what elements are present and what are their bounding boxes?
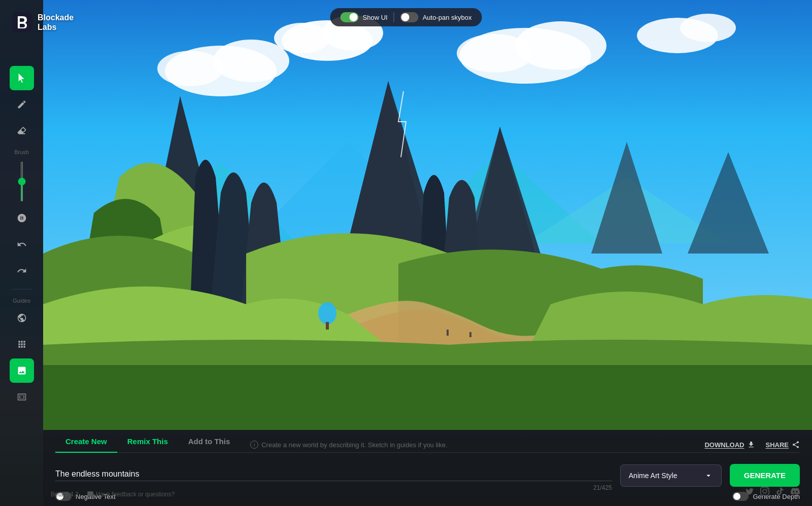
brush-size-slider[interactable] [21, 161, 23, 202]
instagram-icon[interactable] [760, 487, 769, 498]
svg-rect-28 [469, 332, 471, 337]
footer-left: Beta 0.4.2 Have feedback or questions? [51, 491, 175, 498]
social-icons [745, 487, 800, 498]
scene-view [43, 0, 812, 430]
share-icon [792, 441, 800, 449]
bottom-inputs-row: 21/425 Anime Art Style GENERATE [55, 453, 800, 492]
tool-pen[interactable] [10, 92, 34, 117]
topbar-divider [394, 12, 394, 22]
tool-grid[interactable] [10, 332, 34, 356]
svg-point-10 [157, 51, 223, 86]
download-button[interactable]: DOWNLOAD [704, 441, 755, 449]
chat-icon [87, 491, 94, 498]
brush-label: Brush [14, 149, 29, 155]
show-ui-toggle-group[interactable]: Show UI [341, 12, 388, 22]
style-dropdown[interactable]: Anime Art Style [620, 464, 722, 487]
tab-remix-this[interactable]: Remix This [117, 437, 178, 453]
style-value: Anime Art Style [629, 472, 678, 480]
auto-pan-label: Auto-pan skybox [423, 14, 472, 21]
top-controls-bar: Show UI Auto-pan skybox [330, 8, 482, 26]
show-ui-toggle[interactable] [341, 12, 359, 22]
info-icon: i [250, 441, 258, 449]
svg-rect-27 [447, 330, 449, 336]
tab-info-text: Create a new world by describing it. Ske… [261, 441, 447, 449]
auto-pan-toggle-group[interactable]: Auto-pan skybox [400, 12, 472, 22]
twitter-icon[interactable] [745, 487, 754, 498]
tab-info: i Create a new world by describing it. S… [250, 441, 447, 449]
brush-slider-container [21, 161, 23, 202]
prompt-input[interactable] [55, 469, 612, 481]
tab-actions: DOWNLOAD SHARE [704, 441, 800, 449]
tool-undo[interactable] [10, 232, 34, 257]
tool-select[interactable] [10, 66, 34, 90]
logo-text: Blockade Labs [38, 13, 74, 32]
download-icon [747, 441, 755, 449]
svg-rect-26 [326, 322, 329, 330]
version-text: Beta 0.4.2 [51, 491, 79, 498]
discord-icon[interactable] [791, 487, 800, 498]
bottom-tabs: Create New Remix This Add to This i Crea… [55, 430, 800, 453]
sidebar-divider-1 [12, 289, 32, 290]
tool-perspective[interactable] [10, 385, 34, 409]
feedback-link[interactable]: Have feedback or questions? [87, 491, 175, 498]
tool-eraser[interactable] [10, 119, 34, 143]
svg-point-9 [213, 40, 289, 82]
logo-icon [12, 12, 32, 32]
char-count: 21/425 [593, 484, 612, 491]
auto-pan-toggle[interactable] [400, 12, 419, 22]
logo-area: Blockade Labs [12, 12, 74, 32]
tool-block[interactable] [10, 206, 34, 230]
tool-globe[interactable] [10, 306, 34, 330]
tool-image[interactable] [10, 358, 34, 383]
left-sidebar: Brush Guides [0, 0, 43, 506]
tool-redo[interactable] [10, 259, 34, 283]
share-button[interactable]: SHARE [765, 441, 800, 449]
tiktok-icon[interactable] [775, 487, 785, 498]
show-ui-label: Show UI [363, 14, 388, 21]
svg-point-13 [457, 34, 533, 73]
guides-label: Guides [13, 298, 30, 304]
prompt-input-wrapper: 21/425 [55, 469, 612, 481]
tab-add-to-this[interactable]: Add to This [178, 437, 241, 453]
chevron-down-icon [704, 471, 713, 480]
generate-button[interactable]: GENERATE [730, 464, 800, 487]
svg-point-25 [318, 302, 336, 324]
tab-create-new[interactable]: Create New [55, 437, 117, 453]
svg-point-15 [680, 14, 736, 42]
